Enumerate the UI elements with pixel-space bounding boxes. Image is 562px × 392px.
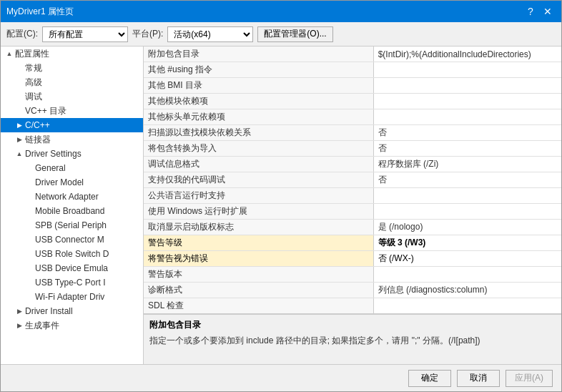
props-table: 附加包含目录$(IntDir);%(AdditionalIncludeDirec… — [144, 46, 561, 314]
prop-name: 公共语言运行时支持 — [144, 188, 373, 204]
tree-label: Driver Model — [35, 177, 84, 187]
props-table-area[interactable]: 附加包含目录$(IntDir);%(AdditionalIncludeDirec… — [144, 46, 561, 314]
prop-name: 调试信息格式 — [144, 157, 373, 172]
table-row[interactable]: 其他模块依赖项 — [144, 94, 561, 109]
table-row[interactable]: 使用 Windows 运行时扩展 — [144, 204, 561, 220]
tree-label: Network Adapter — [35, 192, 99, 202]
tree-label: C/C++ — [25, 120, 50, 130]
tree-label: Driver Install — [25, 306, 73, 316]
prop-value — [373, 267, 561, 283]
table-row[interactable]: 其他 #using 指令 — [144, 62, 561, 78]
ok-button[interactable]: 确定 — [408, 370, 451, 387]
prop-name: 警告等级 — [144, 235, 373, 251]
tree-item-advanced[interactable]: 高级 — [1, 75, 143, 89]
prop-value: 否 — [373, 141, 561, 157]
platform-label: 平台(P): — [132, 28, 163, 40]
tree-item-usb-connector[interactable]: USB Connector M — [1, 232, 143, 247]
close-button[interactable]: ✕ — [540, 4, 556, 19]
tree-label: Wi-Fi Adapter Driv — [35, 292, 104, 302]
prop-name: 其他 #using 指令 — [144, 62, 373, 78]
table-row[interactable]: 将包含转换为导入否 — [144, 141, 561, 157]
prop-value: 否 — [373, 125, 561, 141]
prop-name: 附加包含目录 — [144, 46, 373, 62]
table-row[interactable]: 扫描源以查找模块依赖关系否 — [144, 125, 561, 141]
table-row[interactable]: SDL 检查 — [144, 298, 561, 314]
main-window: MyDriver1 属性页 ? ✕ 配置(C): 所有配置 平台(P): 活动(… — [0, 0, 562, 392]
table-row[interactable]: 警告等级等级 3 (/W3) — [144, 235, 561, 251]
config-manager-button[interactable]: 配置管理器(O)... — [257, 26, 332, 42]
tree-toggle-icon: ▶ — [14, 122, 25, 129]
tree-item-driver-install[interactable]: ▶Driver Install — [1, 304, 143, 318]
table-row[interactable]: 将警告视为错误否 (/WX-) — [144, 251, 561, 267]
tree-item-usb-role-switch[interactable]: USB Role Switch D — [1, 247, 143, 261]
props-panel: 附加包含目录$(IntDir);%(AdditionalIncludeDirec… — [144, 46, 561, 364]
table-row[interactable]: 其他标头单元依赖项 — [144, 109, 561, 125]
tree-item-vcpp-dirs[interactable]: VC++ 目录 — [1, 104, 143, 118]
table-row[interactable]: 取消显示启动版权标志是 (/nologo) — [144, 220, 561, 235]
cancel-button[interactable]: 取消 — [457, 370, 500, 387]
prop-value — [373, 109, 561, 125]
tree-scroll[interactable]: ▲配置属性常规高级调试VC++ 目录▶C/C++▶链接器▲Driver Sett… — [1, 46, 143, 364]
tree-toggle-icon: ▲ — [14, 150, 25, 157]
tree-label: USB Role Switch D — [35, 249, 109, 259]
tree-item-usb-typec[interactable]: USB Type-C Port I — [1, 275, 143, 290]
prop-name: 诊断格式 — [144, 283, 373, 298]
tree-item-general[interactable]: 常规 — [1, 61, 143, 75]
prop-value: $(IntDir);%(AdditionalIncludeDirectories… — [373, 46, 561, 62]
prop-name: 使用 Windows 运行时扩展 — [144, 204, 373, 220]
tree-item-gen-events[interactable]: ▶生成事件 — [1, 318, 143, 333]
desc-title: 附加包含目录 — [149, 319, 556, 331]
tree-label: 链接器 — [25, 134, 51, 146]
help-button[interactable]: ? — [523, 4, 538, 19]
tree-item-network-adapter[interactable]: Network Adapter — [1, 190, 143, 204]
table-row[interactable]: 调试信息格式程序数据库 (/Zi) — [144, 157, 561, 172]
tree-item-driver-settings[interactable]: ▲Driver Settings — [1, 147, 143, 161]
platform-select[interactable]: 活动(x64) — [167, 26, 253, 42]
tree-panel: ▲配置属性常规高级调试VC++ 目录▶C/C++▶链接器▲Driver Sett… — [1, 46, 144, 364]
tree-item-usb-device-emula[interactable]: USB Device Emula — [1, 261, 143, 275]
tree-label: 调试 — [25, 91, 42, 103]
prop-name: 其他模块依赖项 — [144, 94, 373, 109]
tree-item-spb[interactable]: SPB (Serial Periph — [1, 218, 143, 232]
tree-item-wifi-adapter[interactable]: Wi-Fi Adapter Driv — [1, 290, 143, 304]
tree-item-config-root[interactable]: ▲配置属性 — [1, 46, 143, 61]
desc-text: 指定一个或多个要添加到 include 路径中的目录; 如果指定多个，请用 ";… — [149, 334, 556, 347]
apply-button[interactable]: 应用(A) — [506, 370, 553, 387]
config-select[interactable]: 所有配置 — [42, 26, 128, 42]
tree-label: 配置属性 — [15, 48, 49, 60]
table-row[interactable]: 警告版本 — [144, 267, 561, 283]
tree-label: 常规 — [25, 62, 42, 74]
prop-value: 列信息 (/diagnostics:column) — [373, 283, 561, 298]
tree-label: SPB (Serial Periph — [35, 220, 107, 230]
toolbar: 配置(C): 所有配置 平台(P): 活动(x64) 配置管理器(O)... — [1, 22, 561, 46]
description-panel: 附加包含目录 指定一个或多个要添加到 include 路径中的目录; 如果指定多… — [144, 314, 561, 364]
prop-value — [373, 188, 561, 204]
tree-label: 生成事件 — [25, 320, 59, 332]
table-row[interactable]: 附加包含目录$(IntDir);%(AdditionalIncludeDirec… — [144, 46, 561, 62]
tree-label: 高级 — [25, 77, 42, 89]
tree-item-ds-general[interactable]: General — [1, 161, 143, 175]
prop-name: SDL 检查 — [144, 298, 373, 314]
prop-name: 其他 BMI 目录 — [144, 78, 373, 94]
prop-name: 将警告视为错误 — [144, 251, 373, 267]
table-row[interactable]: 公共语言运行时支持 — [144, 188, 561, 204]
prop-value — [373, 204, 561, 220]
prop-name: 扫描源以查找模块依赖关系 — [144, 125, 373, 141]
prop-value: 程序数据库 (/Zi) — [373, 157, 561, 172]
prop-value: 是 (/nologo) — [373, 220, 561, 235]
prop-name: 警告版本 — [144, 267, 373, 283]
tree-item-driver-model[interactable]: Driver Model — [1, 175, 143, 190]
tree-item-linker[interactable]: ▶链接器 — [1, 132, 143, 147]
prop-name: 支持仅我的代码调试 — [144, 172, 373, 188]
table-row[interactable]: 其他 BMI 目录 — [144, 78, 561, 94]
tree-label: Driver Settings — [25, 149, 82, 159]
title-bar-left: MyDriver1 属性页 — [6, 6, 74, 18]
tree-item-debug[interactable]: 调试 — [1, 89, 143, 104]
tree-item-mobile-broadband[interactable]: Mobile Broadband — [1, 204, 143, 218]
tree-item-cpp[interactable]: ▶C/C++ — [1, 118, 143, 132]
title-bar: MyDriver1 属性页 ? ✕ — [1, 1, 561, 22]
table-row[interactable]: 支持仅我的代码调试否 — [144, 172, 561, 188]
prop-name: 将包含转换为导入 — [144, 141, 373, 157]
tree-toggle-icon: ▶ — [14, 322, 25, 329]
table-row[interactable]: 诊断格式列信息 (/diagnostics:column) — [144, 283, 561, 298]
